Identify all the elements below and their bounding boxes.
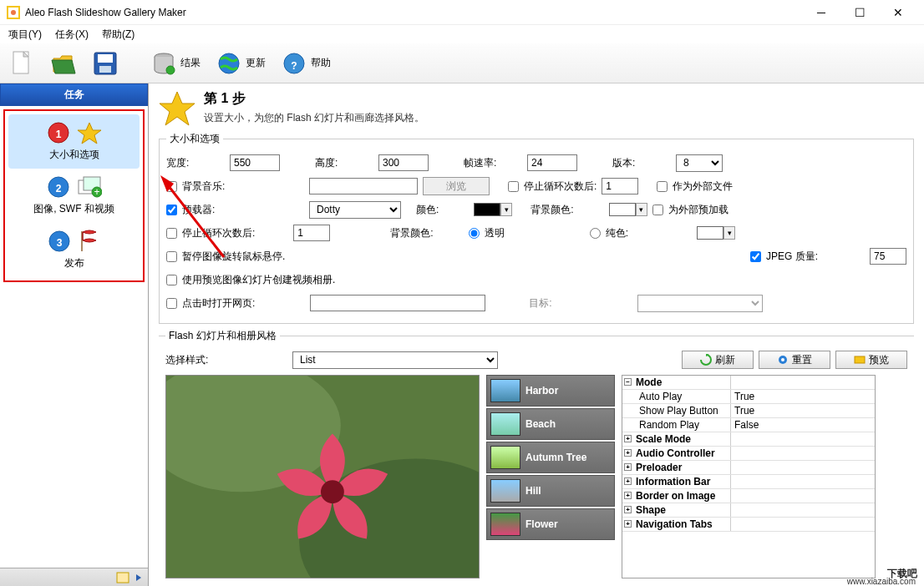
stoploop-checkbox[interactable]	[508, 181, 519, 192]
number-2-icon: 2	[47, 175, 70, 199]
thumb-flower[interactable]: Flower	[486, 508, 615, 540]
task-publish[interactable]: 3 发布	[8, 223, 140, 277]
watermark-url: www.xiazaiba.com	[847, 577, 916, 586]
task-1-label: 大小和选项	[8, 148, 140, 162]
open-url-checkbox[interactable]	[166, 298, 177, 309]
svg-point-25	[781, 358, 784, 361]
new-button[interactable]	[5, 48, 38, 78]
height-input[interactable]	[378, 154, 429, 171]
transparent-radio[interactable]	[469, 228, 480, 239]
style-select[interactable]: List	[292, 351, 498, 369]
results-button[interactable]: 结果	[147, 48, 204, 78]
images-icon: +	[77, 175, 102, 199]
menu-project[interactable]: 项目(Y)	[5, 26, 45, 43]
jpeg-q-checkbox[interactable]	[750, 251, 761, 262]
size-options-legend: 大小和选项	[166, 132, 223, 146]
select-style-label: 选择样式:	[165, 353, 224, 367]
prop-scale[interactable]: +Scale Mode	[622, 432, 875, 447]
external-file-checkbox[interactable]	[657, 181, 668, 192]
width-input[interactable]	[230, 154, 280, 171]
minimize-button[interactable]: ─	[802, 0, 840, 25]
solid-radio[interactable]	[590, 228, 601, 239]
prop-shape[interactable]: +Shape	[622, 503, 875, 518]
color-picker[interactable]: ▾	[474, 203, 512, 216]
fps-input[interactable]	[527, 154, 577, 171]
bgcolor-picker[interactable]: ▾	[609, 203, 647, 216]
style-legend: Flash 幻灯片和相册风格	[165, 329, 280, 343]
toolbar: 结果 更新 ?帮助	[0, 43, 924, 83]
sidebar-footer	[0, 568, 148, 586]
flower-image	[166, 376, 479, 578]
refresh-button[interactable]: 刷新	[682, 351, 754, 369]
prop-mode[interactable]: −Mode	[622, 376, 875, 390]
folder-open-icon	[50, 50, 77, 77]
preloader-label: 预载器:	[182, 203, 232, 217]
ext-preload-checkbox[interactable]	[652, 205, 663, 215]
svg-rect-26	[855, 356, 865, 363]
star-icon	[77, 121, 102, 144]
bgm-input[interactable]	[309, 178, 418, 194]
maximize-button[interactable]: ☐	[840, 0, 879, 25]
menu-help[interactable]: 帮助(Z)	[99, 26, 138, 43]
version-select[interactable]: 8	[676, 154, 723, 172]
jpeg-q-input[interactable]	[870, 248, 906, 265]
open-url-input[interactable]	[310, 295, 485, 311]
task-images-swf-video[interactable]: 2 + 图像, SWF 和视频	[8, 169, 140, 223]
stoploop-label: 停止循环次数后:	[524, 179, 597, 194]
properties-panel: −Mode Auto PlayTrue Show Play ButtonTrue…	[622, 375, 876, 578]
thumb-beach[interactable]: Beach	[486, 408, 615, 440]
tasks-header: 任务	[0, 83, 148, 106]
prop-audio[interactable]: +Audio Controller	[622, 447, 875, 461]
browse-button[interactable]: 浏览	[423, 177, 490, 195]
preloader-select[interactable]: Dotty	[309, 201, 401, 219]
style-group: Flash 幻灯片和相册风格 选择样式: List 刷新 重置 预览	[159, 329, 914, 578]
help-button[interactable]: ?帮助	[277, 48, 334, 78]
prop-info[interactable]: +Information Bar	[622, 475, 875, 489]
thumb-hill[interactable]: Hill	[486, 475, 615, 507]
menubar: 项目(Y) 任务(X) 帮助(Z)	[0, 25, 924, 43]
note-icon[interactable]	[116, 572, 129, 583]
stoploop-input[interactable]	[602, 178, 638, 194]
content: 第 1 步 设置大小，为您的 Flash 幻灯片和画廊选择风格。 大小和选项 宽…	[149, 83, 924, 586]
target-select[interactable]	[637, 295, 763, 312]
step-star-icon	[159, 90, 195, 127]
preloader-checkbox[interactable]	[166, 205, 177, 215]
solid-color-picker[interactable]: ▾	[697, 226, 735, 240]
task-size-options[interactable]: 1 大小和选项	[8, 114, 140, 169]
preview-button[interactable]: 预览	[835, 351, 907, 369]
svg-rect-5	[98, 54, 113, 63]
titlebar: Aleo Flash Slideshow Gallery Maker ─ ☐ ✕	[0, 0, 924, 25]
menu-tasks[interactable]: 任务(X)	[52, 26, 92, 43]
update-button[interactable]: 更新	[212, 48, 269, 78]
save-button[interactable]	[89, 48, 122, 78]
refresh-icon	[700, 354, 712, 366]
use-preview-checkbox[interactable]	[166, 275, 177, 285]
prop-border[interactable]: +Border on Image	[622, 489, 875, 503]
open-button[interactable]	[47, 48, 80, 78]
pause-rotate-label: 暂停图像旋转鼠标悬停.	[182, 250, 285, 264]
thumb-autumn-tree[interactable]: Autumn Tree	[486, 442, 615, 473]
main-area: 任务 1 大小和选项 2 + 图像, SWF 和视频 3	[0, 83, 924, 586]
svg-point-2	[11, 10, 16, 15]
prop-preloader[interactable]: +Preloader	[622, 461, 875, 475]
stoploop2-checkbox[interactable]	[166, 228, 177, 239]
thumb-harbor[interactable]: Harbor	[486, 375, 615, 407]
stoploop2-input[interactable]	[293, 225, 330, 241]
help-icon: ?	[282, 51, 307, 76]
prop-autoplay[interactable]: Auto PlayTrue	[622, 390, 875, 404]
bgm-checkbox[interactable]	[166, 181, 177, 192]
pause-rotate-checkbox[interactable]	[166, 251, 177, 262]
bgm-label: 背景音乐:	[182, 179, 232, 194]
prop-showplay[interactable]: Show Play ButtonTrue	[622, 404, 875, 418]
fps-label: 帧速率:	[464, 156, 522, 170]
help-label: 帮助	[311, 56, 331, 70]
chevron-right-icon[interactable]	[135, 573, 143, 582]
prop-nav[interactable]: +Navigation Tabs	[622, 518, 875, 532]
width-label: 宽度:	[166, 156, 225, 170]
results-label: 结果	[180, 56, 201, 70]
reset-button[interactable]: 重置	[759, 351, 830, 369]
close-button[interactable]: ✕	[879, 0, 917, 25]
svg-point-9	[219, 53, 239, 73]
prop-random[interactable]: Random PlayFalse	[622, 418, 875, 432]
svg-point-8	[166, 66, 175, 74]
